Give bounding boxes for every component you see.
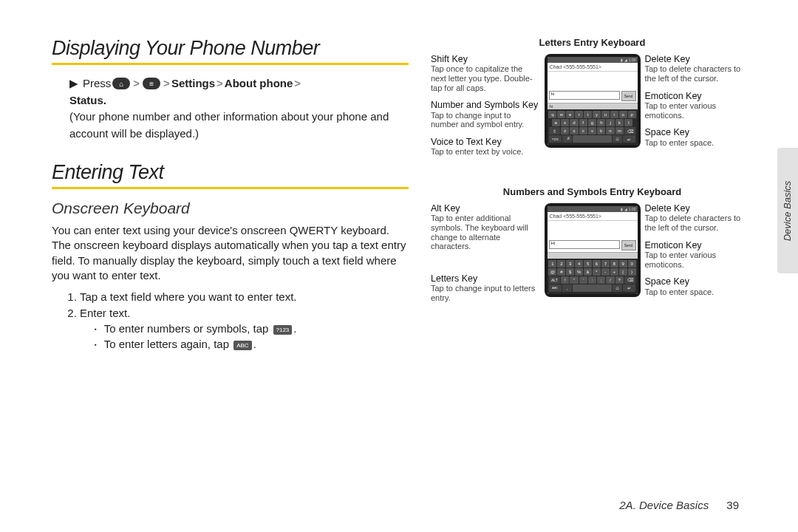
onscreen-keyboard-para: You can enter text using your device's o… bbox=[52, 223, 409, 283]
status-label: Status. bbox=[69, 92, 106, 109]
phone-mock-letters: ▮◢1:00 Chad <555-555-5551> hiSend hi qwe… bbox=[545, 54, 641, 148]
footer: 2A. Device Basics 39 bbox=[619, 499, 739, 511]
step-2: Enter text. To enter numbers or symbols,… bbox=[80, 307, 409, 350]
menu-icon bbox=[143, 78, 160, 89]
num-key-icon: ?123 bbox=[273, 325, 293, 335]
right-column: Letters Entry Keyboard Shift KeyTap once… bbox=[431, 37, 754, 355]
footer-section: 2A. Device Basics bbox=[619, 499, 709, 511]
numsym-keyboard: 1234567890 @#$%&*-+() ALT!"':;/?⌫ ABC,☺↵ bbox=[548, 259, 638, 294]
qwerty-keyboard: qwertyuiop asdfghjkl ⇧zxcvbnm⌫ ?123🎤☺↵ bbox=[548, 109, 638, 145]
left-column: Displaying Your Phone Number ▶ Press > >… bbox=[52, 37, 409, 355]
steps-list: Tap a text field where you want to enter… bbox=[52, 290, 409, 350]
bullet-numbers: To enter numbers or symbols, tap ?123. bbox=[95, 322, 409, 335]
send-button: Send bbox=[621, 91, 636, 101]
settings-label: Settings bbox=[171, 75, 215, 92]
instruction-block: ▶ Press > > Settings > About phone > Sta… bbox=[52, 75, 409, 142]
sep: > bbox=[133, 75, 140, 92]
heading-display-number: Displaying Your Phone Number bbox=[52, 37, 409, 60]
phone-mock-numbers: ▮◢1:00 Chad <555-555-5551> HiSend 123456… bbox=[545, 203, 641, 297]
step-1: Tap a text field where you want to enter… bbox=[80, 290, 409, 303]
diagram-title: Letters Entry Keyboard bbox=[431, 37, 754, 48]
home-icon bbox=[112, 78, 130, 89]
heading-entering-text: Entering Text bbox=[52, 161, 409, 184]
diagram-letters: Letters Entry Keyboard Shift KeyTap once… bbox=[431, 37, 754, 164]
diagram-numbers: Numbers and Symbols Entry Keyboard Alt K… bbox=[431, 186, 754, 310]
press-label: Press bbox=[83, 75, 111, 92]
status-desc: (Your phone number and other information… bbox=[69, 109, 409, 142]
callouts-left: Shift KeyTap once to capitalize the next… bbox=[431, 54, 540, 164]
send-button: Send bbox=[621, 240, 636, 250]
page: Displaying Your Phone Number ▶ Press > >… bbox=[0, 0, 798, 369]
abc-key-icon: ABC bbox=[233, 341, 251, 350]
about-phone-label: About phone bbox=[225, 75, 293, 92]
subheading-onscreen-keyboard: Onscreen Keyboard bbox=[52, 200, 409, 217]
rule bbox=[52, 187, 409, 189]
page-number: 39 bbox=[726, 499, 739, 511]
callouts-right: Delete KeyTap to delete characters to th… bbox=[645, 203, 754, 304]
diagram-title: Numbers and Symbols Entry Keyboard bbox=[431, 186, 754, 197]
rule bbox=[52, 63, 409, 65]
callouts-right: Delete KeyTap to delete characters to th… bbox=[645, 54, 754, 154]
bullet-letters: To enter letters again, tap ABC. bbox=[95, 338, 409, 350]
callouts-left: Alt KeyTap to enter additional symbols. … bbox=[431, 203, 540, 310]
